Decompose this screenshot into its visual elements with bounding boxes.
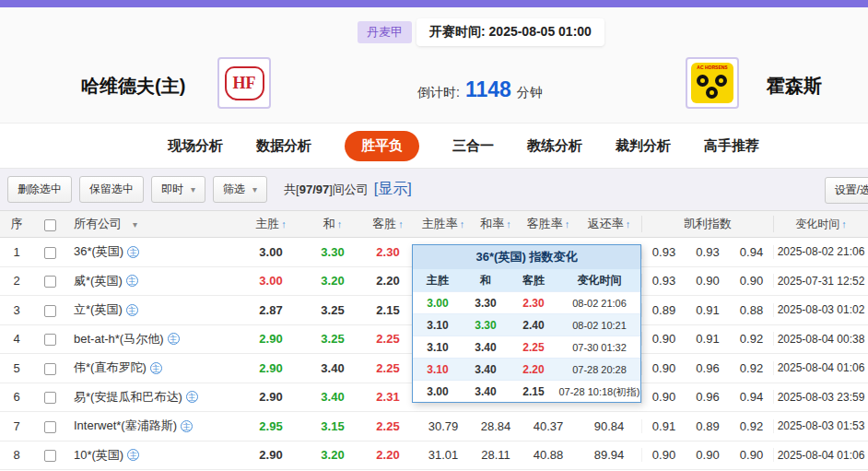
header-draw-odds[interactable]: 和↑ (304, 216, 361, 232)
company-name: bet-at-h*(马尔他) (74, 331, 164, 347)
tab-win-draw-lose[interactable]: 胜平负 (345, 131, 419, 161)
row-checkbox[interactable] (44, 334, 56, 346)
header-index: 序 (0, 216, 33, 232)
row-checkbox[interactable] (44, 392, 56, 404)
home-odds: 2.87 (238, 303, 304, 317)
countdown: 倒计时: 1148 分钟 (417, 77, 543, 102)
settings-button[interactable]: 设置/选 (825, 177, 868, 204)
away-odds: 2.20 (361, 448, 415, 462)
kelly-away: 0.90 (730, 448, 774, 462)
kelly-home: 0.90 (641, 448, 686, 462)
checkbox-cell (33, 390, 66, 404)
popup-home-odds: 3.00 (413, 292, 463, 313)
league-badge[interactable]: 丹麦甲 (358, 21, 412, 43)
filter-dropdown[interactable]: 筛选▾ (213, 176, 267, 203)
row-index: 7 (0, 419, 33, 433)
return-rate: 89.94 (577, 448, 641, 462)
company-count-text: 共[97/97]间公司 (284, 182, 369, 198)
row-checkbox[interactable] (44, 276, 56, 288)
caret-down-icon: ▾ (252, 184, 257, 194)
popup-home-odds: 3.10 (413, 336, 463, 358)
tab-data-analysis[interactable]: 数据分析 (256, 137, 311, 155)
home-odds: 2.90 (238, 448, 304, 462)
popup-draw-odds: 3.40 (463, 336, 509, 358)
kelly-away: 0.88 (730, 303, 774, 317)
popup-home-odds: 3.10 (413, 314, 463, 336)
show-link[interactable]: [显示] (374, 180, 412, 199)
company-tag-icon: 主 (126, 304, 138, 316)
company-cell[interactable]: 易*(安提瓜和巴布达)主 (66, 389, 238, 406)
row-checkbox[interactable] (44, 421, 56, 433)
header-away-label: 客胜 (372, 217, 396, 230)
ring-icon (697, 75, 709, 87)
row-index: 1 (0, 245, 33, 259)
keep-selected-button[interactable]: 保留选中 (79, 176, 144, 203)
company-cell[interactable]: 伟*(直布罗陀)主 (66, 359, 238, 376)
row-checkbox[interactable] (44, 363, 56, 375)
header-change-time[interactable]: 变化时间↑ (774, 217, 868, 232)
kelly-home: 0.90 (641, 361, 686, 375)
popup-away-odds: 2.20 (509, 359, 558, 380)
tab-coach-analysis[interactable]: 教练分析 (527, 137, 582, 155)
sort-asc-icon: ↑ (398, 218, 404, 230)
row-checkbox[interactable] (44, 305, 56, 317)
header-away-rate[interactable]: 客胜率↑ (520, 216, 577, 232)
popup-header-away: 客胜 (509, 269, 558, 291)
away-odds: 2.30 (361, 245, 415, 259)
header-home-odds[interactable]: 主胜↑ (238, 216, 304, 232)
filter-dropdown-label: 筛选 (223, 183, 245, 195)
tab-expert-picks[interactable]: 高手推荐 (704, 137, 759, 155)
company-tag-icon: 主 (127, 449, 139, 461)
header-draw-rate[interactable]: 和率↑ (472, 216, 520, 232)
row-checkbox[interactable] (44, 450, 56, 462)
popup-draw-odds: 3.30 (463, 314, 509, 336)
checkbox-cell (33, 245, 66, 259)
kelly-home: 0.93 (641, 274, 686, 288)
checkbox-cell (33, 361, 66, 375)
instant-dropdown[interactable]: 即时▾ (151, 176, 205, 203)
table-row[interactable]: 7 Interwet*(塞浦路斯)主 2.95 3.15 2.25 30.79 … (0, 412, 868, 442)
company-tag-icon: 主 (150, 362, 162, 374)
kelly-away: 0.92 (730, 332, 774, 346)
header-kelly: 凯利指数 (641, 216, 774, 232)
table-row[interactable]: 8 10*(英国)主 2.90 3.20 2.20 31.01 28.11 40… (0, 442, 868, 471)
popup-change-time: 07-28 10:18(初指) (558, 381, 640, 402)
company-name: 威*(英国) (74, 273, 123, 289)
home-logo-monogram: HF (225, 66, 264, 100)
row-checkbox[interactable] (44, 247, 56, 259)
tab-live-analysis[interactable]: 现场分析 (168, 137, 223, 155)
tab-referee-analysis[interactable]: 裁判分析 (616, 137, 671, 155)
company-name: 36*(英国) (74, 243, 123, 260)
popup-change-time: 07-30 01:32 (558, 336, 640, 358)
company-cell[interactable]: 10*(英国)主 (66, 447, 238, 464)
company-cell[interactable]: 36*(英国)主 (66, 243, 238, 260)
kelly-home: 0.93 (641, 245, 686, 259)
countdown-label: 倒计时: (417, 85, 460, 101)
company-cell[interactable]: Interwet*(塞浦路斯)主 (66, 418, 238, 434)
header-company[interactable]: 所有公司▾ (66, 216, 238, 232)
popup-row: 3.10 3.40 2.25 07-30 01:32 (413, 336, 640, 358)
select-all-checkbox[interactable] (44, 219, 56, 231)
draw-odds: 3.40 (304, 361, 361, 375)
delete-selected-button[interactable]: 删除选中 (7, 176, 72, 203)
popup-header: 主胜 和 客胜 变化时间 (413, 269, 640, 291)
popup-draw-odds: 3.40 (463, 381, 509, 402)
change-time: 2025-08-04 01:06 (774, 449, 868, 462)
checkbox-cell (33, 303, 66, 317)
header-home-rate[interactable]: 主胜率↑ (415, 216, 472, 232)
company-cell[interactable]: 威*(英国)主 (66, 273, 238, 289)
kelly-draw: 0.90 (686, 274, 730, 288)
change-time: 2025-08-04 00:38 (774, 333, 868, 346)
kelly-away: 0.94 (730, 245, 774, 259)
popup-header-time: 变化时间 (558, 269, 640, 291)
tab-three-in-one[interactable]: 三合一 (452, 137, 494, 155)
header-return-rate[interactable]: 返还率↑ (577, 216, 641, 232)
company-cell[interactable]: 立*(英国)主 (66, 301, 238, 318)
header-away-odds[interactable]: 客胜↑ (361, 216, 415, 232)
popup-body: 3.00 3.30 2.30 08-02 21:06 3.10 3.30 2.4… (413, 291, 640, 402)
home-rate: 30.79 (415, 419, 472, 433)
row-index: 6 (0, 390, 33, 404)
company-cell[interactable]: bet-at-h*(马尔他)主 (66, 331, 238, 347)
change-time: 2025-08-03 01:02 (774, 303, 868, 316)
draw-odds: 3.20 (304, 448, 361, 462)
